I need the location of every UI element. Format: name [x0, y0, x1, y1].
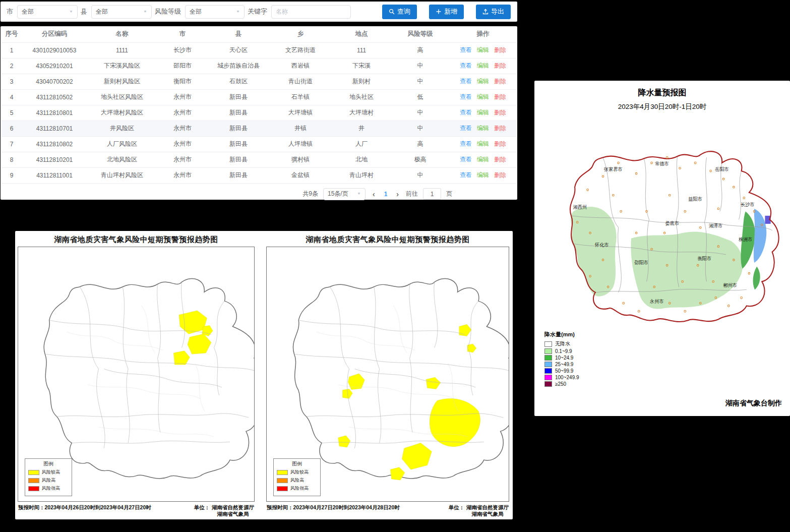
- legend-item: 50~99.9: [544, 368, 579, 374]
- edit-link[interactable]: 编辑: [477, 93, 489, 100]
- legend-swatch-red: [277, 486, 288, 491]
- page-size-select[interactable]: 15条/页 ▼: [323, 188, 366, 200]
- city-select[interactable]: 全部 ▼: [17, 5, 78, 19]
- city-label: 邵阳市: [635, 260, 648, 265]
- unit-text: 单位： 湖南省自然资源厅 湖南省气象局: [194, 504, 255, 517]
- add-button[interactable]: 新增: [429, 5, 464, 19]
- table-row: 3 43040700202 新则村风险区 衡阳市 石鼓区 青山街道 新则村 中 …: [1, 74, 517, 89]
- city-label: 长沙市: [741, 201, 754, 207]
- county-select[interactable]: 全部 ▼: [91, 5, 152, 19]
- view-link[interactable]: 查看: [460, 62, 472, 69]
- view-link[interactable]: 查看: [460, 78, 472, 85]
- legend-swatch: [544, 375, 552, 380]
- legend-item: 无降水: [544, 340, 579, 347]
- view-link[interactable]: 查看: [460, 156, 472, 163]
- search-button[interactable]: 查询: [382, 5, 417, 19]
- keyword-input[interactable]: [271, 5, 351, 19]
- view-link[interactable]: 查看: [460, 93, 472, 100]
- risk-level-select[interactable]: 全部 ▼: [185, 5, 245, 19]
- next-page-button[interactable]: ›: [394, 190, 401, 198]
- risk-zone-table-panel: 序号 分区编码 名称 市 县 乡 地点 风险等级 操作 1 4301029010…: [1, 26, 517, 200]
- delete-link[interactable]: 删除: [494, 109, 506, 116]
- prev-page-button[interactable]: ‹: [371, 190, 377, 198]
- filter-bar: 市 全部 ▼ 县 全部 ▼ 风险等级 全部 ▼ 关键字 查询 新增 导出: [1, 2, 517, 22]
- legend-swatch: [544, 362, 552, 367]
- view-link[interactable]: 查看: [460, 140, 472, 147]
- trend-map-footer: 预报时间：2023年04月26日20时到2023年04月27日20时 单位： 湖…: [17, 502, 256, 517]
- risk-level-filter-label: 风险等级: [155, 7, 181, 16]
- edit-link[interactable]: 编辑: [477, 46, 489, 53]
- page-1-button[interactable]: 1: [382, 191, 390, 198]
- county-select-value: 全部: [96, 8, 108, 16]
- edit-link[interactable]: 编辑: [477, 78, 489, 85]
- export-button[interactable]: 导出: [476, 5, 511, 19]
- risk-level-value: 高: [391, 136, 449, 152]
- risk-level-value: 极高: [391, 152, 449, 167]
- trend-map-card-1: 湖南省地质灾害气象风险中短期预警预报趋势图: [17, 232, 256, 517]
- delete-link[interactable]: 删除: [494, 46, 506, 53]
- edit-link[interactable]: 编辑: [477, 140, 489, 147]
- column-header-city: 市: [157, 26, 208, 42]
- chevron-down-icon: ▼: [357, 192, 361, 196]
- edit-link[interactable]: 编辑: [477, 62, 489, 69]
- chevron-down-icon: ▼: [143, 10, 147, 13]
- hunan-rain-map: 湘西州 张家界市 常德市 岳阳市 益阳市 长沙市 怀化市 娄底市 湘潭市 株洲市…: [541, 125, 782, 325]
- city-label: 益阳市: [688, 196, 702, 202]
- risk-level-value: 中: [391, 167, 449, 183]
- legend-swatch: [544, 348, 552, 354]
- trend-maps-panel: 湖南省地质灾害气象风险中短期预警预报趋势图: [15, 231, 513, 519]
- view-link[interactable]: 查看: [460, 46, 472, 53]
- table-row: 7 43112810802 人厂风险区 永州市 新田县 人坪塘镇 人厂 高 查看…: [1, 136, 517, 152]
- goto-unit: 页: [446, 190, 452, 198]
- trend-map-frame: 图例 风险较高 风险高 风险很高: [18, 247, 255, 502]
- column-header-risk: 风险等级: [391, 26, 449, 42]
- column-header-code: 分区编码: [22, 26, 87, 42]
- view-link[interactable]: 查看: [460, 171, 472, 179]
- delete-link[interactable]: 删除: [494, 93, 506, 100]
- column-header-town: 乡: [269, 26, 332, 42]
- forecast-time: 预报时间：2023年04月26日20时到2023年04月27日20时: [18, 504, 151, 517]
- trend-map-title: 湖南省地质灾害气象风险中短期预警预报趋势图: [265, 232, 510, 247]
- city-label: 岳阳市: [714, 166, 728, 172]
- keyword-filter-label: 关键字: [248, 7, 267, 16]
- table-row: 9 43112811001 青山坪村风险区 永州市 新田县 金盆镇 青山坪村 中…: [1, 167, 517, 183]
- plus-icon: [436, 9, 442, 15]
- legend-box: 图例 风险较高 风险高 风险很高: [273, 458, 321, 496]
- view-link[interactable]: 查看: [460, 125, 472, 132]
- delete-link[interactable]: 删除: [494, 125, 506, 132]
- edit-link[interactable]: 编辑: [477, 171, 489, 179]
- city-select-value: 全部: [22, 8, 34, 16]
- legend-item: 风险较高: [277, 469, 317, 476]
- edit-link[interactable]: 编辑: [477, 109, 489, 116]
- legend-item: ≥250: [544, 381, 579, 387]
- trend-map-frame: 图例 风险较高 风险高 风险很高: [266, 247, 509, 502]
- goto-page-input[interactable]: [423, 188, 441, 200]
- edit-link[interactable]: 编辑: [477, 156, 489, 163]
- risk-level-value: 高: [391, 42, 449, 58]
- delete-link[interactable]: 删除: [494, 171, 506, 179]
- column-header-place: 地点: [332, 26, 391, 42]
- rain-legend: 降水量(mm) 无降水 0.1~9.9 10~24.9 25~49.9 50~9…: [544, 331, 579, 388]
- edit-link[interactable]: 编辑: [477, 125, 489, 132]
- delete-link[interactable]: 删除: [494, 78, 506, 85]
- delete-link[interactable]: 删除: [494, 156, 506, 163]
- chevron-down-icon: ▼: [236, 10, 240, 13]
- unit-text: 单位： 湖南省自然资源厅 湖南省气象局: [449, 504, 509, 517]
- view-link[interactable]: 查看: [460, 109, 472, 116]
- legend-swatch-red: [28, 486, 39, 491]
- city-label: 湘西州: [573, 204, 587, 210]
- delete-link[interactable]: 删除: [494, 140, 506, 147]
- column-header-actions: 操作: [449, 26, 517, 42]
- legend-item: 风险较高: [28, 469, 69, 476]
- table-row: 5 43112810801 大坪塘村风险区 永州市 新田县 大坪塘镇 大坪塘村 …: [1, 105, 517, 121]
- legend-swatch-yellow: [28, 470, 39, 475]
- forecast-time: 预报时间：2023年04月27日20时到2023年04月28日20时: [267, 504, 400, 517]
- table-row: 1 4301029010053 1111 长沙市 天心区 文艺路街道 111 高…: [1, 42, 517, 58]
- delete-link[interactable]: 删除: [494, 62, 506, 69]
- legend-item: 0.1~9.9: [544, 348, 579, 354]
- legend-swatch: [544, 355, 552, 361]
- trend-map-title: 湖南省地质灾害气象风险中短期预警预报趋势图: [17, 232, 256, 247]
- risk-level-value: 中: [391, 74, 449, 89]
- total-count: 共9条: [302, 190, 318, 198]
- city-label: 郴州市: [723, 282, 737, 288]
